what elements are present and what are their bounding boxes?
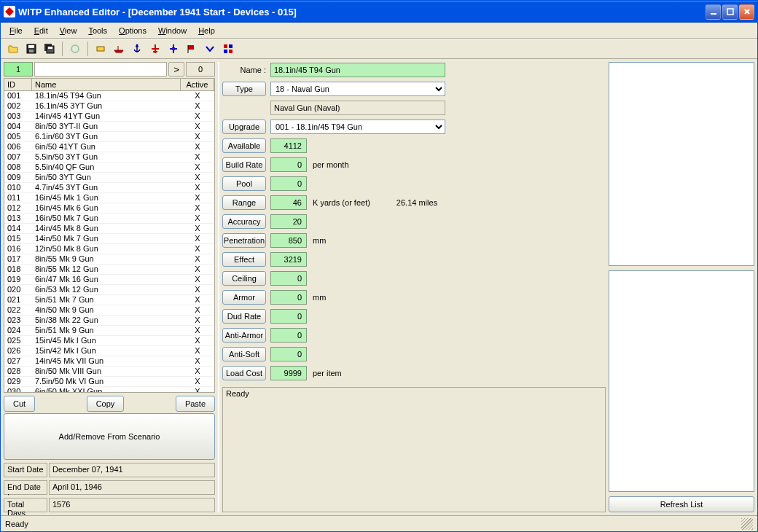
type-button[interactable]: Type (222, 82, 266, 96)
menu-options[interactable]: Options (113, 25, 152, 36)
add-remove-button[interactable]: Add/Remove From Scenario (4, 413, 215, 460)
dud-rate-button[interactable]: Dud Rate (222, 309, 266, 324)
filter1-icon[interactable] (93, 41, 109, 57)
table-row[interactable]: 0306in/50 Mk XXI GunX (4, 387, 214, 392)
table-row[interactable]: 0085.5in/40 QF GunX (4, 163, 214, 173)
menu-edit[interactable]: Edit (28, 25, 54, 36)
maximize-button[interactable] (722, 4, 738, 20)
antiarmor-button[interactable]: Anti-Armor (222, 328, 266, 343)
dud-rate-value[interactable]: 0 (270, 309, 307, 324)
table-row[interactable]: 0048in/50 3YT-II GunX (4, 122, 214, 132)
name-value[interactable]: 18.1in/45 T94 Gun (270, 63, 445, 77)
table-row[interactable]: 01316in/50 Mk 7 GunX (4, 214, 214, 224)
grid-icon[interactable] (220, 41, 236, 57)
table-row[interactable]: 0288in/50 Mk VIII GunX (4, 367, 214, 377)
table-row[interactable]: 01612in/50 Mk 8 GunX (4, 244, 214, 254)
penetration-value[interactable]: 850 (270, 233, 307, 248)
menu-tools[interactable]: Tools (82, 25, 113, 36)
save-all-icon[interactable] (42, 41, 58, 57)
table-row[interactable]: 00216.1in/45 3YT GunX (4, 101, 214, 112)
table-row[interactable]: 01116in/45 Mk 1 GunX (4, 193, 214, 203)
ceiling-value[interactable]: 0 (270, 271, 307, 286)
flag-icon[interactable] (184, 41, 200, 57)
list-body[interactable]: 00118.1in/45 T94 GunX00216.1in/45 3YT Gu… (4, 91, 214, 392)
table-row[interactable]: 02515in/45 Mk I GunX (4, 336, 214, 346)
filter-start[interactable]: 1 (4, 62, 33, 77)
down-icon[interactable] (202, 41, 218, 57)
build-rate-value[interactable]: 0 (270, 157, 307, 172)
load-cost-button[interactable]: Load Cost (222, 366, 266, 380)
filter-input[interactable] (34, 62, 167, 77)
col-name[interactable]: Name (32, 79, 181, 90)
table-row[interactable]: 02615in/42 Mk I GunX (4, 346, 214, 356)
open-icon[interactable] (5, 41, 21, 57)
table-row[interactable]: 0188in/55 Mk 12 GunX (4, 265, 214, 275)
end-date-label: End Date : (4, 480, 47, 495)
paste-button[interactable]: Paste (176, 396, 215, 412)
total-days-label: Total Days (4, 498, 47, 512)
table-row[interactable]: 01216in/45 Mk 6 GunX (4, 203, 214, 214)
table-row[interactable]: 0297.5in/50 Mk VI GunX (4, 377, 214, 387)
col-active[interactable]: Active (181, 79, 214, 90)
unit-icon[interactable] (165, 41, 181, 57)
menu-window[interactable]: Window (152, 25, 192, 36)
effect-value[interactable]: 3219 (270, 252, 307, 267)
build-rate-button[interactable]: Build Rate (222, 157, 266, 172)
copy-button[interactable]: Copy (87, 396, 125, 412)
table-row[interactable]: 0245in/51 Mk 9 GunX (4, 326, 214, 336)
table-row[interactable]: 0056.1in/60 3YT GunX (4, 132, 214, 142)
accuracy-value[interactable]: 20 (270, 214, 307, 229)
cut-button[interactable]: Cut (4, 396, 35, 412)
save-icon[interactable] (23, 41, 39, 57)
table-row[interactable]: 00314in/45 41YT GunX (4, 112, 214, 122)
menu-help[interactable]: Help (192, 25, 221, 36)
minimize-button[interactable] (706, 4, 721, 20)
table-row[interactable]: 01514in/50 Mk 7 GunX (4, 234, 214, 244)
range-button[interactable]: Range (222, 195, 266, 210)
table-row[interactable]: 0206in/53 Mk 12 GunX (4, 285, 214, 295)
pool-value[interactable]: 0 (270, 176, 307, 191)
table-row[interactable]: 0196in/47 Mk 16 GunX (4, 275, 214, 285)
table-row[interactable]: 0095in/50 3YT GunX (4, 173, 214, 183)
armor-button[interactable]: Armor (222, 290, 266, 305)
table-row[interactable]: 0066in/50 41YT GunX (4, 142, 214, 152)
range-value[interactable]: 46 (270, 195, 307, 210)
menu-view[interactable]: View (54, 25, 83, 36)
titlebar[interactable]: WITP Enhanced Editor - [December 1941 St… (1, 1, 757, 23)
upgrade-select[interactable]: 001 - 18.1in/45 T94 Gun (270, 120, 445, 134)
list-header[interactable]: ID Name Active (4, 79, 214, 91)
table-row[interactable]: 0178in/55 Mk 9 GunX (4, 254, 214, 265)
ship-icon[interactable] (111, 41, 127, 57)
available-value[interactable]: 4112 (270, 138, 307, 153)
antisoft-value[interactable]: 0 (270, 347, 307, 361)
accuracy-button[interactable]: Accuracy (222, 214, 266, 229)
resize-grip[interactable] (741, 518, 753, 530)
close-button[interactable] (739, 4, 754, 20)
plane-icon[interactable] (147, 41, 163, 57)
ceiling-button[interactable]: Ceiling (222, 271, 266, 286)
table-row[interactable]: 00118.1in/45 T94 GunX (4, 91, 214, 101)
penetration-button[interactable]: Penetration (222, 233, 266, 248)
armor-value[interactable]: 0 (270, 290, 307, 305)
available-button[interactable]: Available (222, 138, 266, 153)
table-row[interactable]: 02714in/45 Mk VII GunX (4, 356, 214, 367)
refresh-list-button[interactable]: Refresh List (609, 496, 754, 512)
table-row[interactable]: 0224in/50 Mk 9 GunX (4, 305, 214, 316)
table-row[interactable]: 0075.5in/50 3YT GunX (4, 152, 214, 163)
anchor-icon[interactable] (129, 41, 145, 57)
table-row[interactable]: 0235in/38 Mk 22 GunX (4, 316, 214, 326)
refresh-icon[interactable] (67, 41, 83, 57)
load-cost-value[interactable]: 9999 (270, 366, 307, 380)
menu-file[interactable]: File (4, 25, 28, 36)
table-row[interactable]: 01414in/45 Mk 8 GunX (4, 224, 214, 234)
col-id[interactable]: ID (4, 79, 32, 90)
table-row[interactable]: 0104.7in/45 3YT GunX (4, 183, 214, 193)
upgrade-button[interactable]: Upgrade (222, 120, 266, 134)
table-row[interactable]: 0215in/51 Mk 7 GunX (4, 295, 214, 305)
filter-go-button[interactable]: > (168, 62, 184, 77)
pool-button[interactable]: Pool (222, 176, 266, 191)
antisoft-button[interactable]: Anti-Soft (222, 347, 266, 361)
type-select[interactable]: 18 - Naval Gun (270, 82, 445, 96)
antiarmor-value[interactable]: 0 (270, 328, 307, 343)
effect-button[interactable]: Effect (222, 252, 266, 267)
